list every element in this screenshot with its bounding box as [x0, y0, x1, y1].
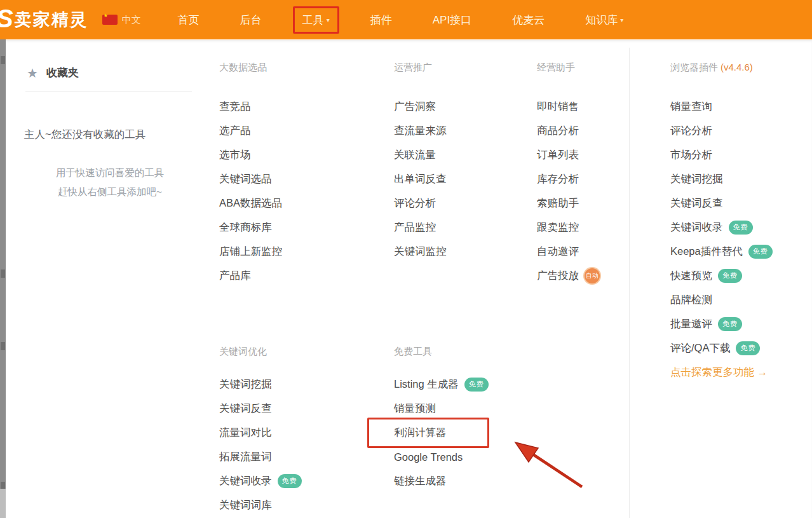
- column-title: 浏览器插件(v4.4.6): [670, 61, 812, 74]
- nav-item[interactable]: 知识库 ▾: [576, 6, 633, 34]
- menu-item[interactable]: 评论/QA下载 免费: [670, 336, 812, 360]
- menu-item[interactable]: 产品库: [219, 264, 378, 288]
- menu-item-label: 批量邀评: [670, 317, 712, 331]
- menu-item-label: 广告投放: [537, 269, 579, 283]
- nav-item[interactable]: API接口: [423, 6, 481, 34]
- menu-item-label: 快速预览: [670, 269, 712, 283]
- main-nav: 首页 后台 工具 ▾ 插件 API: [158, 6, 644, 34]
- menu-item-label: 关联流量: [394, 148, 436, 162]
- column-title: 关键词优化: [219, 345, 378, 358]
- menu-item-label: 评论分析: [394, 196, 436, 210]
- logo-text: 卖家精灵: [15, 8, 88, 31]
- menu-item[interactable]: Listing 生成器 免费: [394, 372, 553, 397]
- menu-item-label: 流量词对比: [219, 426, 272, 440]
- menu-item[interactable]: 关键词挖掘: [219, 372, 378, 397]
- menu-item-label: Listing 生成器: [394, 378, 459, 392]
- menu-item-label: 库存分析: [537, 172, 579, 186]
- menu-item[interactable]: 评论分析: [670, 119, 812, 143]
- menu-item[interactable]: 快速预览 免费: [670, 264, 812, 288]
- menu-item[interactable]: 广告洞察: [394, 95, 553, 119]
- menu-item-label: 查竞品: [219, 100, 251, 114]
- favorites-divider: [25, 91, 192, 92]
- menu-item[interactable]: Keepa插件替代 免费: [670, 240, 812, 264]
- menu-item[interactable]: ABA数据选品: [219, 191, 378, 215]
- menu-item[interactable]: 全球商标库: [219, 215, 378, 240]
- menu-item[interactable]: 拓展流量词: [219, 445, 378, 469]
- favorites-hint-line2: 赶快从右侧工具添加吧~: [58, 186, 162, 197]
- menu-item[interactable]: 链接生成器: [394, 469, 553, 493]
- menu-item-label: 利润计算器: [394, 426, 447, 440]
- menu-item-label: 出单词反查: [394, 172, 447, 186]
- logo-icon: S: [0, 6, 13, 31]
- menu-item[interactable]: 关键词挖掘: [670, 167, 812, 191]
- logo[interactable]: S 卖家精灵: [0, 7, 88, 32]
- nav-item[interactable]: 插件: [361, 6, 402, 34]
- nav-item-label: 工具: [302, 13, 324, 27]
- menu-item[interactable]: 关键词收录 免费: [670, 215, 812, 240]
- menu-item-label: 索赔助手: [537, 196, 579, 210]
- menu-item[interactable]: 关键词监控: [394, 240, 553, 264]
- menu-item-label: 关键词收录: [670, 221, 723, 235]
- nav-item[interactable]: 后台: [231, 6, 271, 34]
- nav-item[interactable]: 优麦云: [503, 6, 554, 34]
- menu-item-label: 选市场: [219, 148, 251, 162]
- menu-item-label: 拓展流量词: [219, 450, 272, 464]
- menu-item[interactable]: 查流量来源: [394, 119, 553, 143]
- menu-item-label: 产品监控: [394, 221, 436, 235]
- free-badge: 免费: [718, 269, 742, 283]
- menu-item[interactable]: 评论分析: [394, 191, 553, 215]
- menu-item[interactable]: 点击探索更多功能 →: [670, 360, 812, 385]
- favorites-empty-text: 主人~您还没有收藏的工具: [24, 128, 196, 142]
- menu-item[interactable]: 查竞品: [219, 95, 378, 119]
- menu-column-browser-plugin: 浏览器插件(v4.4.6) 销量查询 评论分析 市场分析: [670, 61, 812, 385]
- free-badge: 免费: [278, 474, 302, 488]
- plugin-version: (v4.4.6): [721, 62, 753, 72]
- menu-item[interactable]: 批量邀评 免费: [670, 312, 812, 336]
- free-badge: 免费: [718, 317, 742, 331]
- menu-column-operations-promotion: 运营推广 广告洞察 查流量来源 关联流量: [394, 61, 553, 264]
- nav-item[interactable]: 首页: [168, 6, 209, 34]
- free-badge: 免费: [729, 221, 753, 235]
- screen: S 卖家精灵 中文 首页 后台 工具 ▾: [0, 0, 812, 518]
- menu-item-label: ABA数据选品: [219, 196, 282, 210]
- menu-item[interactable]: 关键词词库: [219, 493, 378, 517]
- menu-item-label: 品牌检测: [670, 293, 712, 307]
- menu-item[interactable]: Google Trends: [394, 445, 553, 469]
- menu-item[interactable]: 选市场: [219, 143, 378, 167]
- china-flag-icon: [102, 15, 118, 25]
- menu-item-label: 产品库: [219, 269, 251, 283]
- nav-item-label: API接口: [433, 13, 471, 27]
- menu-item[interactable]: 关联流量: [394, 143, 553, 167]
- menu-item[interactable]: 销量查询: [670, 95, 812, 119]
- column-title: 免费工具: [394, 345, 553, 358]
- menu-item-label: 全球商标库: [219, 221, 272, 235]
- menu-item-label: 市场分析: [670, 148, 712, 162]
- favorites-header: ★ 收藏夹: [27, 65, 79, 80]
- menu-item[interactable]: 市场分析: [670, 143, 812, 167]
- menu-item-label: 订单列表: [537, 148, 579, 162]
- menu-item[interactable]: 流量词对比: [219, 421, 378, 445]
- menu-item[interactable]: 产品监控: [394, 215, 553, 240]
- menu-item[interactable]: 利润计算器: [394, 421, 553, 445]
- free-badge: 免费: [464, 378, 489, 392]
- nav-item-label: 知识库: [585, 13, 618, 27]
- menu-item[interactable]: 店铺上新监控: [219, 240, 378, 264]
- menu-item-label: 查流量来源: [394, 124, 447, 138]
- menu-item-label: 评论分析: [670, 124, 712, 138]
- language-switcher[interactable]: 中文: [102, 14, 141, 26]
- menu-item[interactable]: 关键词反查: [670, 191, 812, 215]
- column-title: 运营推广: [394, 61, 553, 74]
- menu-item-label: 关键词选品: [219, 172, 272, 186]
- menu-item[interactable]: 关键词选品: [219, 167, 378, 191]
- menu-item[interactable]: 出单词反查: [394, 167, 553, 191]
- page-edge-strip: [0, 39, 6, 518]
- menu-item-label: 点击探索更多功能 →: [670, 365, 768, 379]
- menu-item-label: 即时销售: [537, 100, 579, 114]
- menu-item[interactable]: 销量预测: [394, 397, 553, 421]
- menu-item[interactable]: 品牌检测: [670, 288, 812, 312]
- menu-item[interactable]: 关键词收录 免费: [219, 469, 378, 493]
- favorites-hint-line1: 用于快速访问喜爱的工具: [56, 167, 165, 178]
- nav-item[interactable]: 工具 ▾: [293, 6, 339, 34]
- menu-item[interactable]: 关键词反查: [219, 397, 378, 421]
- menu-item[interactable]: 选产品: [219, 119, 378, 143]
